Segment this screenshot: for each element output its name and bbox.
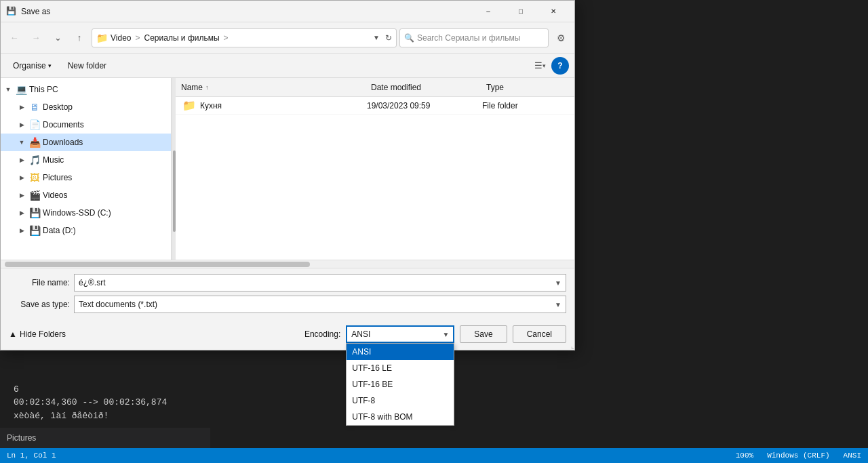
thispc-icon: 💻 <box>16 84 26 95</box>
editor-encoding: ANSI <box>844 451 861 460</box>
up-button[interactable]: ↑ <box>70 28 89 47</box>
music-label: Music <box>43 155 64 165</box>
downloads-label: Downloads <box>43 138 83 147</box>
pictures-icon: 🖼 <box>29 172 40 183</box>
file-folder-icon: 📁 <box>181 98 197 114</box>
tree-item-pictures[interactable]: ▶ 🖼 Pictures <box>1 169 171 186</box>
tree-item-data-d[interactable]: ▶ 💾 Data (D:) <box>1 222 171 239</box>
line-ending: Windows (CRLF) <box>767 451 829 460</box>
file-name-input[interactable]: é¿®.srt ▼ <box>74 274 566 291</box>
address-bar[interactable]: 📁 Video > Сериалы и фильмы > ▼ ↻ <box>92 28 397 47</box>
save-type-value: Text documents (*.txt) <box>79 300 157 309</box>
dialog-footer: ▲ Hide Folders Encoding: ANSI ▼ ANSI UTF… <box>1 323 574 350</box>
hide-folders-label: Hide Folders <box>20 329 66 339</box>
encoding-dropdown[interactable]: ANSI ▼ ANSI UTF-16 LE UTF-16 BE UTF-8 UT… <box>346 325 454 343</box>
enc-option-utf8[interactable]: UTF-8 <box>347 392 454 409</box>
dialog-main: ▼ 💻 This PC ▶ 🖥 Desktop ▶ 📄 Documents ▼ … <box>1 78 574 260</box>
tree-item-videos[interactable]: ▶ 🎬 Videos <box>1 186 171 204</box>
enc-option-utf16le[interactable]: UTF-16 LE <box>347 360 454 376</box>
encoding-selected-value[interactable]: ANSI ▼ <box>346 325 454 343</box>
view-dropdown-icon: ▾ <box>542 62 546 69</box>
organise-dropdown-icon: ▾ <box>48 62 52 69</box>
dialog-form: File name: é¿®.srt ▼ Save as type: Text … <box>1 268 574 323</box>
tree-item-downloads[interactable]: ▼ 📥 Downloads <box>1 134 171 151</box>
save-type-row: Save as type: Text documents (*.txt) ▼ <box>9 296 566 313</box>
resize-grip[interactable]: ⌞ <box>565 340 574 350</box>
enc-option-ansi[interactable]: ANSI <box>347 344 454 360</box>
refresh-button[interactable]: ↻ <box>385 33 392 43</box>
maximize-button[interactable]: □ <box>505 1 536 22</box>
file-row-kuhnya[interactable]: 📁 Кухня 19/03/2023 09:59 File folder <box>176 97 574 115</box>
tree-item-windows-ssd[interactable]: ▶ 💾 Windows-SSD (C:) <box>1 204 171 222</box>
zoom-level: 100% <box>736 451 753 460</box>
dialog-title-icon: 💾 <box>6 6 17 17</box>
videos-label: Videos <box>43 190 67 200</box>
cursor-position: Ln 1, Col 1 <box>7 451 56 460</box>
encoding-options-list: ANSI UTF-16 LE UTF-16 BE UTF-8 UTF-8 wit… <box>346 343 454 426</box>
new-folder-button[interactable]: New folder <box>61 58 113 74</box>
minimize-button[interactable]: – <box>473 1 504 22</box>
save-type-input[interactable]: Text documents (*.txt) ▼ <box>74 296 566 313</box>
file-name-kuhnya: Кухня <box>197 101 367 110</box>
hide-folders-button[interactable]: ▲ Hide Folders <box>9 329 66 339</box>
nav-tree-scrollthumb <box>173 150 176 232</box>
organise-button[interactable]: Organise ▾ <box>6 58 58 74</box>
desktop-label: Desktop <box>43 102 73 112</box>
help-button[interactable]: ? <box>551 57 569 75</box>
music-icon: 🎵 <box>29 155 40 165</box>
file-name-label: File name: <box>9 278 70 287</box>
save-type-dropdown-icon: ▼ <box>555 301 561 308</box>
nav-tree-scrollbar[interactable] <box>172 78 176 260</box>
address-part-series: Сериалы и фильмы <box>144 33 220 43</box>
file-list: Name ↑ Date modified Type 📁 Кухня 19/03/… <box>176 78 574 260</box>
cancel-button[interactable]: Cancel <box>513 325 566 343</box>
datad-label: Data (D:) <box>43 226 76 235</box>
help-label: ? <box>557 61 562 71</box>
address-dropdown-arrow[interactable]: ▼ <box>373 34 380 41</box>
downloads-expand-icon: ▼ <box>17 138 26 147</box>
file-name-dropdown-icon: ▼ <box>555 279 561 287</box>
windowsssd-icon: 💾 <box>29 207 40 218</box>
col-header-name[interactable]: Name ↑ <box>176 83 366 92</box>
file-list-header: Name ↑ Date modified Type <box>176 78 574 97</box>
file-name-value: é¿®.srt <box>79 278 106 287</box>
search-box[interactable]: 🔍 Search Сериалы и фильмы <box>399 28 549 47</box>
hide-folders-arrow: ▲ <box>9 329 17 339</box>
back-button[interactable]: ← <box>5 28 24 47</box>
search-placeholder: Search Сериалы и фильмы <box>417 33 520 43</box>
music-expand-icon: ▶ <box>17 155 26 165</box>
dropdown-recent-button[interactable]: ⌄ <box>48 28 67 47</box>
horizontal-scrollbar[interactable] <box>1 260 574 268</box>
encoding-label: Encoding: <box>304 329 340 339</box>
pictures-label: Pictures <box>43 173 72 182</box>
file-name-row: File name: é¿®.srt ▼ <box>9 274 566 291</box>
col-header-date[interactable]: Date modified <box>366 83 481 92</box>
sort-arrow-icon: ↑ <box>205 84 209 91</box>
view-icon: ☰ <box>534 60 542 71</box>
windowsssd-label: Windows-SSD (C:) <box>43 208 111 218</box>
col-header-type[interactable]: Type <box>481 83 574 92</box>
dialog-titlebar: 💾 Save as – □ ✕ <box>1 1 574 22</box>
nav-tree: ▼ 💻 This PC ▶ 🖥 Desktop ▶ 📄 Documents ▼ … <box>1 78 172 260</box>
enc-option-utf16be[interactable]: UTF-16 BE <box>347 376 454 392</box>
subtitle-text: хèòàé, ìàí ðåêòið! <box>14 409 167 423</box>
editor-content: 6 00:02:34,360 --> 00:02:36,874 хèòàé, ì… <box>0 376 180 430</box>
enc-option-utf8bom[interactable]: UTF-8 with BOM <box>347 409 454 425</box>
save-button[interactable]: Save <box>460 325 507 343</box>
forward-button[interactable]: → <box>26 28 45 47</box>
settings-button[interactable]: ⚙ <box>551 28 570 47</box>
encoding-dropdown-arrow: ▼ <box>442 331 449 338</box>
navigation-toolbar: ← → ⌄ ↑ 📁 Video > Сериалы и фильмы > ▼ ↻… <box>1 22 574 54</box>
file-type-kuhnya: File folder <box>482 101 574 110</box>
close-button[interactable]: ✕ <box>538 1 569 22</box>
subtitle-time: 00:02:34,360 --> 00:02:36,874 <box>14 396 167 409</box>
search-icon: 🔍 <box>404 33 414 43</box>
datad-expand-icon: ▶ <box>17 226 26 235</box>
tree-item-thispc[interactable]: ▼ 💻 This PC <box>1 81 171 98</box>
new-folder-label: New folder <box>68 61 106 71</box>
tree-item-desktop[interactable]: ▶ 🖥 Desktop <box>1 98 171 116</box>
save-label: Save <box>474 329 492 339</box>
tree-item-documents[interactable]: ▶ 📄 Documents <box>1 116 171 134</box>
view-options-button[interactable]: ☰ ▾ <box>531 57 549 75</box>
tree-item-music[interactable]: ▶ 🎵 Music <box>1 151 171 169</box>
